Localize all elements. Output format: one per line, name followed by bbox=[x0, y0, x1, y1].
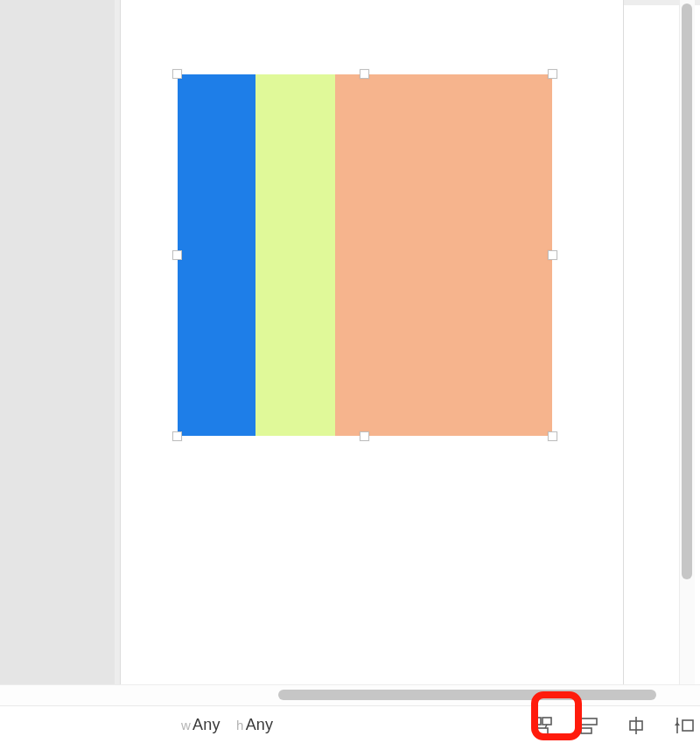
vertical-scrollbar-thumb[interactable] bbox=[682, 4, 692, 579]
navigator-panel bbox=[0, 0, 115, 684]
stack-col-orange[interactable] bbox=[335, 74, 552, 436]
constraints-icon bbox=[530, 715, 553, 736]
align-icon bbox=[578, 715, 599, 736]
resize-handle-middle-right[interactable] bbox=[548, 250, 557, 260]
align-button[interactable] bbox=[577, 713, 601, 738]
svg-rect-1 bbox=[542, 718, 551, 725]
resize-handle-bottom-right[interactable] bbox=[548, 431, 557, 441]
constraints-button[interactable] bbox=[529, 713, 554, 738]
layout-mode-buttons bbox=[529, 713, 696, 738]
svg-marker-10 bbox=[675, 722, 680, 725]
resize-handle-top-right[interactable] bbox=[548, 69, 557, 79]
stack-col-blue[interactable] bbox=[178, 74, 256, 436]
size-class-h-prefix: h bbox=[236, 718, 244, 732]
resize-handle-bottom-left[interactable] bbox=[172, 431, 182, 441]
resolve-icon bbox=[672, 715, 695, 736]
svg-rect-6 bbox=[581, 728, 592, 733]
canvas[interactable] bbox=[120, 0, 624, 684]
svg-rect-2 bbox=[536, 728, 548, 734]
svg-rect-5 bbox=[581, 718, 597, 725]
resize-handle-middle-left[interactable] bbox=[172, 250, 182, 260]
size-class-w-value: Any bbox=[192, 716, 220, 733]
svg-rect-0 bbox=[532, 718, 541, 725]
resize-handle-bottom-middle[interactable] bbox=[360, 431, 369, 441]
resize-handle-top-left[interactable] bbox=[172, 69, 182, 79]
svg-rect-11 bbox=[682, 720, 693, 731]
stack-view[interactable] bbox=[178, 74, 552, 436]
size-class-control[interactable]: wAny hAny bbox=[181, 716, 273, 734]
size-class-h-value: Any bbox=[246, 716, 274, 733]
resize-handle-top-middle[interactable] bbox=[360, 69, 369, 79]
size-class-w-prefix: w bbox=[181, 718, 191, 732]
canvas-right-margin bbox=[624, 5, 678, 684]
resolve-button[interactable] bbox=[671, 713, 696, 738]
stack-col-green[interactable] bbox=[256, 74, 335, 436]
pin-icon bbox=[626, 715, 647, 736]
horizontal-scrollbar-thumb[interactable] bbox=[278, 690, 656, 700]
pin-button[interactable] bbox=[624, 713, 648, 738]
